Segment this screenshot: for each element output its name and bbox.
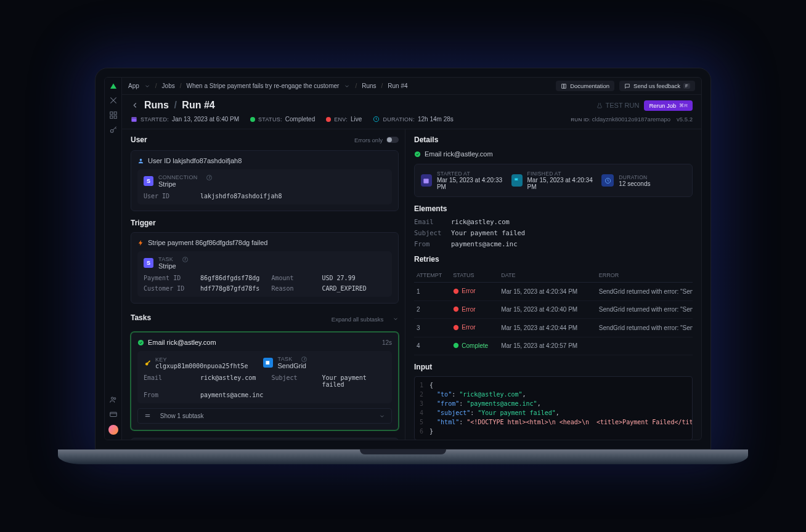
crumb-app[interactable]: App xyxy=(128,83,139,89)
elements-heading: Elements xyxy=(414,204,693,213)
user-card[interactable]: User ID lakjshdfo87ashdoifjah8 S CONNECT… xyxy=(131,150,399,211)
duration-chip: DURATION:12h 14m 28s xyxy=(373,116,453,123)
svg-rect-2 xyxy=(110,116,112,118)
task-key: clgxup81m0000npuoa25fht5e xyxy=(155,363,248,369)
tasks-heading: Tasks xyxy=(131,313,151,322)
svg-rect-0 xyxy=(110,112,112,115)
task-connection: SendGrid xyxy=(278,362,307,369)
errors-only-toggle[interactable]: Errors only xyxy=(354,137,399,143)
expand-subtasks-button[interactable]: Expand all subtasks xyxy=(332,316,399,323)
docs-button[interactable]: Documentation xyxy=(556,81,614,91)
table-row[interactable]: 4CompleteMar 15, 2023 at 4:20:57 PM xyxy=(414,337,693,355)
avatar[interactable] xyxy=(108,425,118,435)
bolt-icon xyxy=(137,240,144,246)
details-title: Email rick@astley.com xyxy=(414,150,693,158)
info-icon xyxy=(182,257,188,262)
grid-icon[interactable] xyxy=(109,111,118,119)
laptop-base xyxy=(58,449,748,464)
back-button[interactable] xyxy=(131,101,139,110)
env-chip: ENV:Live xyxy=(326,116,362,123)
svg-rect-13 xyxy=(424,179,429,183)
status-icon xyxy=(453,324,459,331)
task-title: Email rick@astley.com xyxy=(148,339,216,346)
feedback-button[interactable]: Send us feedbackF xyxy=(619,81,695,91)
task-duration: 12s xyxy=(382,339,392,346)
toggle-icon[interactable] xyxy=(386,137,399,143)
svg-point-15 xyxy=(454,288,458,293)
status-icon xyxy=(453,342,459,349)
table-row[interactable]: 3ErrorMar 15, 2023 at 4:20:44 PMSendGrid… xyxy=(414,319,693,337)
retries-table: ATTEMPTSTATUSDATEERROR 1ErrorMar 15, 202… xyxy=(414,268,693,355)
sendgrid-icon: ▦ xyxy=(263,358,273,368)
layers-icon xyxy=(144,413,151,419)
details-heading: Details xyxy=(414,135,438,144)
rerun-job-button[interactable]: Rerun Job⌘R xyxy=(644,100,693,111)
check-circle-icon xyxy=(414,151,421,158)
connection-name: Stripe xyxy=(158,180,212,188)
key-icon xyxy=(144,360,150,366)
status-dot-icon xyxy=(250,117,255,122)
chevron-down-icon xyxy=(393,316,399,322)
svg-point-5 xyxy=(111,397,113,400)
retries-heading: Retries xyxy=(414,255,693,264)
crumb-run: Run #4 xyxy=(388,83,407,89)
input-code: 1{ 2 "to": "rick@astley.com", 3 "from": … xyxy=(414,376,693,440)
svg-point-10 xyxy=(138,339,144,345)
user-id-line: User ID lakjshdfo87ashdoifjah8 xyxy=(148,157,242,164)
clock-icon xyxy=(373,116,380,123)
page-title: Runs / Run #4 xyxy=(144,100,215,111)
trigger-card[interactable]: Stripe payment 86gf86dfgdsf78dg failed S… xyxy=(131,232,399,304)
chevron-down-icon[interactable] xyxy=(144,83,150,89)
chat-icon xyxy=(624,83,630,89)
test-run-button: TEST RUN xyxy=(596,102,640,109)
task-card[interactable]: Slack message #failed-payments 0.2s KEY … xyxy=(131,438,399,440)
crumb-jobs[interactable]: Jobs xyxy=(162,83,175,89)
stripe-icon: S xyxy=(144,176,153,186)
book-icon xyxy=(561,83,567,89)
table-row[interactable]: 1ErrorMar 15, 2023 at 4:20:34 PMSendGrid… xyxy=(414,283,693,301)
env-dot-icon xyxy=(326,117,331,122)
task-card-selected[interactable]: Email rick@astley.com 12s KEYclgxup81m00… xyxy=(131,332,399,430)
card-icon[interactable] xyxy=(109,410,118,419)
info-icon xyxy=(301,357,307,362)
breadcrumb-bar: App / Jobs / When a Stripe payment fails… xyxy=(122,78,701,95)
trigger-task-name: Stripe xyxy=(158,262,188,270)
crumb-job-name[interactable]: When a Stripe payment fails try re-engag… xyxy=(186,83,339,89)
svg-point-17 xyxy=(454,324,458,329)
svg-point-16 xyxy=(454,307,458,312)
version-label: v5.5.2 xyxy=(677,116,693,123)
input-heading: Input xyxy=(414,363,693,371)
details-meta-tiles: STARTED ATMar 15, 2023 at 4:20:33 PM FIN… xyxy=(414,164,693,197)
svg-point-4 xyxy=(110,129,113,132)
svg-point-6 xyxy=(113,398,115,400)
user-heading: User xyxy=(131,135,147,144)
trigger-title: Stripe payment 86gf86dfgdsf78dg failed xyxy=(148,239,267,246)
svg-rect-7 xyxy=(110,413,116,417)
chevron-down-icon[interactable] xyxy=(344,83,350,89)
sidebar xyxy=(105,78,122,440)
elements-list: Emailrick@astley.com SubjectYour payment… xyxy=(414,218,693,248)
user-icon xyxy=(137,158,144,164)
svg-point-18 xyxy=(454,343,458,348)
chevron-down-icon xyxy=(379,413,385,419)
run-header: Runs / Run #4 TEST RUN Rerun Job⌘R START… xyxy=(122,95,701,129)
svg-rect-1 xyxy=(114,112,116,115)
table-row[interactable]: 2ErrorMar 15, 2023 at 4:20:40 PMSendGrid… xyxy=(414,300,693,319)
app-window: App / Jobs / When a Stripe payment fails… xyxy=(104,77,702,440)
svg-rect-3 xyxy=(114,116,116,118)
users-icon[interactable] xyxy=(109,395,118,404)
status-icon xyxy=(453,306,459,312)
trigger-heading: Trigger xyxy=(131,219,399,227)
check-circle-icon xyxy=(137,339,144,346)
show-subtask-button[interactable]: Show 1 subtask xyxy=(137,408,392,424)
flag-icon xyxy=(511,174,523,187)
crumb-runs[interactable]: Runs xyxy=(362,83,376,89)
calendar-icon xyxy=(421,174,432,187)
key-icon[interactable] xyxy=(109,126,118,134)
svg-rect-8 xyxy=(131,117,136,121)
started-chip: STARTED:Jan 13, 2023 at 6:40 PM xyxy=(131,116,239,123)
tools-icon[interactable] xyxy=(109,96,118,105)
status-icon xyxy=(453,288,459,294)
logo-icon xyxy=(109,83,118,90)
clock-icon xyxy=(601,174,614,187)
